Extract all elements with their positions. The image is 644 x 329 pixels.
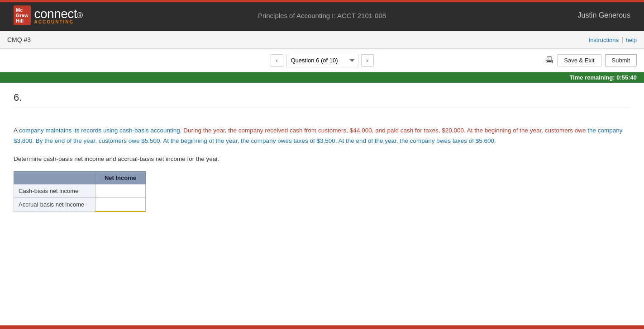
nav-right: 🖶 Save & Exit Submit xyxy=(544,54,637,66)
question-number: 6. xyxy=(14,92,630,108)
accrual-basis-input[interactable] xyxy=(100,200,141,209)
instructions-link[interactable]: instructions xyxy=(589,37,619,43)
nav-center: ‹ Question 6 (of 10) › xyxy=(271,54,374,67)
mcgraw-hill-logo: McGrawHill xyxy=(14,5,31,25)
cash-basis-label: Cash-basis net income xyxy=(14,184,95,197)
connect-logo: connect ® ACCOUNTING xyxy=(34,7,83,24)
course-title: Principles of Accounting I: ACCT 2101-00… xyxy=(258,12,386,19)
print-icon[interactable]: 🖶 xyxy=(544,55,553,66)
question-body: A company maintains its records using ca… xyxy=(14,117,630,212)
timer-bar: Time remaining: 0:55:40 xyxy=(0,72,644,83)
nav-bar: ‹ Question 6 (of 10) › 🖶 Save & Exit Sub… xyxy=(0,49,644,72)
prev-question-button[interactable]: ‹ xyxy=(271,54,283,67)
sub-header: CMQ #3 instructions | help xyxy=(0,31,644,49)
table-net-income-header: Net Income xyxy=(95,171,146,184)
next-question-button[interactable]: › xyxy=(361,54,374,67)
table-row: Accrual-basis net income xyxy=(14,197,146,212)
timer-label: Time remaining: 0:55:40 xyxy=(569,74,637,81)
instruction-text: Determine cash-basis net income and accr… xyxy=(14,155,630,162)
top-bar: McGrawHill connect ® ACCOUNTING Principl… xyxy=(0,0,644,31)
accrual-basis-input-cell[interactable] xyxy=(95,197,146,212)
cmq-label: CMQ #3 xyxy=(7,36,31,43)
save-exit-button[interactable]: Save & Exit xyxy=(557,54,601,66)
main-content: 6. A company maintains its records using… xyxy=(0,83,644,221)
submit-button[interactable]: Submit xyxy=(605,54,637,66)
table-label-header xyxy=(14,171,95,184)
question-select[interactable]: Question 6 (of 10) xyxy=(286,54,358,67)
question-text: A company maintains its records using ca… xyxy=(14,126,630,146)
table-row: Cash-basis net income xyxy=(14,184,146,197)
cash-basis-input-cell[interactable] xyxy=(95,184,146,197)
answer-table: Net Income Cash-basis net income Accrual… xyxy=(14,171,146,212)
help-link[interactable]: help xyxy=(625,37,637,43)
accrual-basis-label: Accrual-basis net income xyxy=(14,197,95,212)
header-links: instructions | help xyxy=(589,36,637,43)
cash-basis-input[interactable] xyxy=(100,187,141,195)
connect-text: connect xyxy=(34,7,77,21)
user-name: Justin Generous xyxy=(577,11,630,19)
logo-area: McGrawHill connect ® ACCOUNTING xyxy=(14,5,83,25)
